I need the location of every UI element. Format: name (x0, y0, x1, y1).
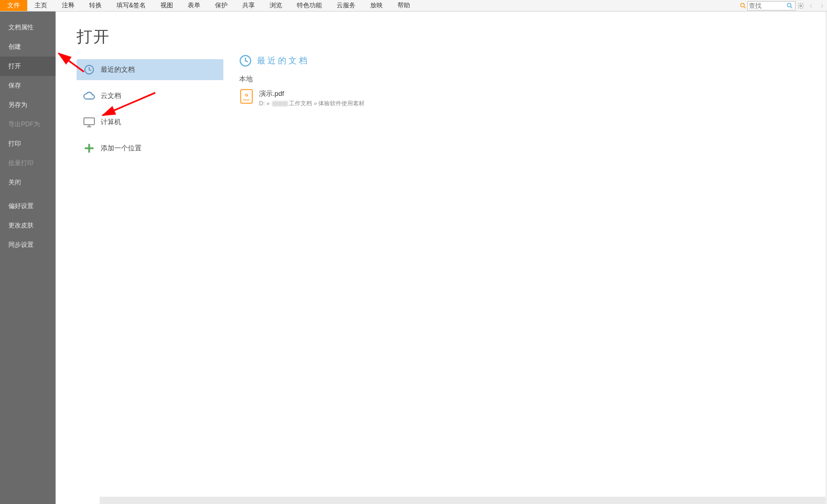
clock-icon (83, 63, 95, 76)
tab-protect[interactable]: 保护 (208, 0, 235, 11)
tab-cloud[interactable]: 云服务 (329, 0, 363, 11)
sidebar-item-exportpdf: 导出PDF为 (0, 115, 56, 134)
tab-form[interactable]: 表单 (180, 0, 208, 11)
settings-icon[interactable] (796, 0, 806, 11)
sidebar-label: 保存 (8, 82, 21, 89)
location-recent[interactable]: 最近的文档 (77, 59, 223, 80)
top-bar-right (739, 0, 827, 11)
recent-section-header: 最近的文档 (239, 54, 808, 67)
tab-label: 注释 (62, 1, 74, 10)
location-cloud[interactable]: 云文档 (77, 85, 223, 106)
open-panel: 打开 最近的文档 云文档 (56, 12, 827, 504)
tab-help[interactable]: 帮助 (390, 0, 417, 11)
recent-group-local: 本地 (239, 74, 808, 84)
tab-label: 云服务 (337, 1, 356, 10)
recent-file-path: D: » 工作文档 » 体验软件使用素材 (259, 100, 364, 107)
search-input[interactable] (748, 2, 785, 9)
tab-convert[interactable]: 转换 (82, 0, 109, 11)
location-add[interactable]: 添加一个位置 (77, 138, 223, 159)
tab-label: 表单 (188, 1, 200, 10)
path-mid: 工作文档 » 体验软件使用素材 (289, 100, 364, 106)
svg-rect-6 (85, 147, 94, 149)
tab-label: 文件 (7, 1, 20, 10)
sidebar-label: 另存为 (8, 101, 27, 108)
sidebar-item-batchprint: 批量打印 (0, 154, 56, 173)
sidebar-label: 创建 (8, 43, 21, 50)
sidebar-label: 打印 (8, 140, 21, 147)
sidebar-label: 更改皮肤 (8, 222, 34, 229)
sidebar-item-open[interactable]: 打开 (0, 57, 56, 76)
tab-fillsign[interactable]: 填写&签名 (109, 0, 153, 11)
prev-icon[interactable] (806, 0, 817, 11)
tab-file[interactable]: 文件 (0, 0, 27, 11)
sidebar-label: 打开 (8, 62, 21, 70)
open-locations-column: 打开 最近的文档 云文档 (77, 26, 223, 489)
find-ocr-icon[interactable] (739, 2, 747, 9)
computer-icon (83, 116, 95, 128)
recent-section-title: 最近的文档 (257, 56, 309, 67)
tab-special[interactable]: 特色功能 (289, 0, 329, 11)
file-sidebar: 文档属性 创建 打开 保存 另存为 导出PDF为 打印 批量打印 关闭 偏好设置… (0, 12, 56, 504)
svg-point-1 (787, 3, 791, 7)
tab-label: 视图 (160, 1, 173, 10)
location-label: 计算机 (101, 117, 121, 127)
sidebar-item-docprops[interactable]: 文档属性 (0, 18, 56, 37)
clock-icon (239, 54, 252, 67)
sidebar-label: 关闭 (8, 179, 21, 186)
tab-label: 帮助 (398, 1, 410, 10)
sidebar-label: 导出PDF为 (8, 120, 40, 128)
tab-share[interactable]: 共享 (235, 0, 262, 11)
svg-text:PDF: PDF (243, 98, 250, 102)
location-label: 云文档 (101, 91, 121, 101)
tab-label: 特色功能 (297, 1, 322, 10)
tab-annotate[interactable]: 注释 (55, 0, 82, 11)
location-label: 添加一个位置 (101, 144, 142, 153)
svg-point-0 (740, 3, 744, 7)
recent-files-panel: 最近的文档 本地 GPDF 演示.pdf D: » 工作文档 » 体验软件使用素… (239, 26, 808, 489)
location-computer[interactable]: 计算机 (77, 112, 223, 133)
tab-present[interactable]: 放映 (363, 0, 390, 11)
horizontal-scrollbar[interactable] (100, 497, 827, 504)
top-menu-bar: 文件 主页 注释 转换 填写&签名 视图 表单 保护 共享 浏览 特色功能 云服… (0, 0, 827, 12)
path-prefix: D: » (259, 100, 271, 106)
svg-point-2 (800, 5, 802, 7)
sidebar-label: 批量打印 (8, 159, 34, 167)
tab-label: 转换 (89, 1, 102, 10)
sidebar-item-print[interactable]: 打印 (0, 134, 56, 154)
tab-home[interactable]: 主页 (27, 0, 55, 11)
sidebar-label: 偏好设置 (8, 202, 34, 210)
path-redacted (272, 101, 288, 106)
recent-file-row[interactable]: GPDF 演示.pdf D: » 工作文档 » 体验软件使用素材 (239, 87, 808, 109)
next-icon[interactable] (817, 0, 827, 11)
tab-label: 浏览 (270, 1, 282, 10)
tab-label: 保护 (215, 1, 228, 10)
search-box (747, 1, 796, 10)
sidebar-item-preferences[interactable]: 偏好设置 (0, 196, 56, 216)
location-label: 最近的文档 (101, 65, 135, 74)
panel-title: 打开 (77, 26, 223, 48)
sidebar-label: 同步设置 (8, 241, 34, 248)
plus-icon (83, 142, 95, 155)
recent-file-meta: 演示.pdf D: » 工作文档 » 体验软件使用素材 (259, 89, 364, 107)
tab-view[interactable]: 视图 (153, 0, 180, 11)
tab-label: 填写&签名 (116, 1, 146, 10)
tab-label: 主页 (35, 1, 47, 10)
sidebar-item-close[interactable]: 关闭 (0, 173, 56, 192)
tab-label: 共享 (242, 1, 255, 10)
tab-label: 放映 (370, 1, 383, 10)
sidebar-item-create[interactable]: 创建 (0, 37, 56, 57)
search-go-icon[interactable] (785, 2, 795, 9)
sidebar-item-changeskin[interactable]: 更改皮肤 (0, 216, 56, 235)
sidebar-item-saveas[interactable]: 另存为 (0, 95, 56, 115)
pdf-file-icon: GPDF (239, 89, 254, 104)
tab-browse[interactable]: 浏览 (262, 0, 289, 11)
cloud-icon (83, 90, 95, 102)
main-area: 文档属性 创建 打开 保存 另存为 导出PDF为 打印 批量打印 关闭 偏好设置… (0, 12, 827, 504)
sidebar-item-save[interactable]: 保存 (0, 76, 56, 95)
svg-text:G: G (245, 93, 248, 97)
svg-rect-4 (84, 118, 94, 125)
recent-file-name: 演示.pdf (259, 89, 364, 98)
sidebar-label: 文档属性 (8, 24, 34, 31)
location-list: 最近的文档 云文档 计算机 (77, 59, 223, 159)
sidebar-item-syncsettings[interactable]: 同步设置 (0, 235, 56, 255)
